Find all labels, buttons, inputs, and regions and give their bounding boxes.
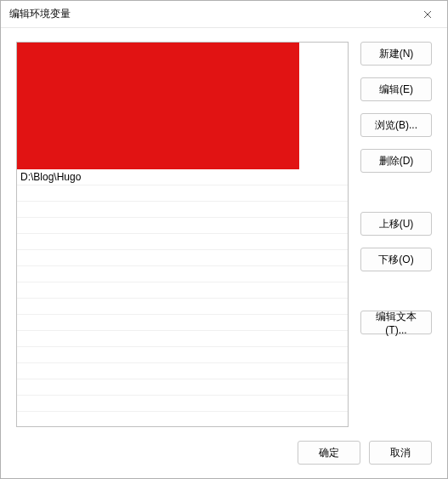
titlebar: 编辑环境变量 [1,1,447,28]
list-item[interactable] [17,379,348,396]
close-button[interactable] [408,1,447,28]
list-item[interactable] [17,266,348,282]
list-item[interactable] [17,315,348,331]
list-item[interactable] [17,347,348,363]
edit-text-button[interactable]: 编辑文本(T)... [360,311,432,334]
list-item[interactable] [17,250,348,266]
main-row: D:\Blog\Hugo 新建 [16,42,432,427]
redacted-selection [17,43,299,169]
list-item[interactable] [17,331,348,347]
list-item[interactable] [17,299,348,315]
move-up-button[interactable]: 上移(U) [360,212,432,236]
list-rows: D:\Blog\Hugo [17,169,348,426]
new-button[interactable]: 新建(N) [360,42,432,66]
delete-button[interactable]: 删除(D) [360,149,432,173]
edit-env-var-dialog: 编辑环境变量 D:\Blog\Hugo [0,0,448,479]
list-item[interactable] [17,218,348,234]
list-item[interactable]: D:\Blog\Hugo [17,169,348,185]
list-item[interactable] [17,185,348,202]
list-item[interactable] [17,396,348,412]
dialog-body: D:\Blog\Hugo 新建 [1,28,447,478]
side-button-column: 新建(N) 编辑(E) 浏览(B)... 删除(D) 上移(U) 下移(O) 编… [360,42,432,427]
dialog-title: 编辑环境变量 [9,7,71,21]
dialog-footer: 确定 取消 [16,427,432,468]
list-item[interactable] [17,282,348,299]
list-item[interactable] [17,363,348,379]
path-listbox[interactable]: D:\Blog\Hugo [16,42,349,427]
ok-button[interactable]: 确定 [298,441,360,465]
close-icon [423,10,432,19]
list-item[interactable] [17,234,348,250]
edit-button[interactable]: 编辑(E) [360,77,432,101]
browse-button[interactable]: 浏览(B)... [360,113,432,137]
list-item[interactable] [17,202,348,218]
move-down-button[interactable]: 下移(O) [360,248,432,271]
cancel-button[interactable]: 取消 [369,441,432,465]
